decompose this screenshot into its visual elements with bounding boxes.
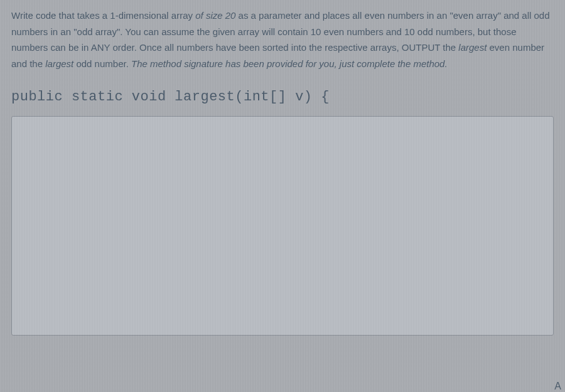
- corner-label: A: [554, 381, 561, 392]
- question-italic-hint: The method signature has been provided f…: [131, 58, 448, 69]
- question-italic-largest2: largest: [45, 58, 73, 69]
- question-text-part1: Write code that takes a 1-dimensional ar…: [11, 10, 195, 21]
- method-signature: public static void largest(int[] v) {: [11, 89, 554, 105]
- question-italic-largest1: largest: [458, 42, 487, 53]
- code-input-wrapper: [11, 116, 554, 336]
- code-input[interactable]: [12, 117, 553, 335]
- question-italic-size: of size 20: [195, 10, 235, 21]
- question-prompt: Write code that takes a 1-dimensional ar…: [11, 8, 554, 72]
- question-text-part4: odd number.: [73, 58, 131, 69]
